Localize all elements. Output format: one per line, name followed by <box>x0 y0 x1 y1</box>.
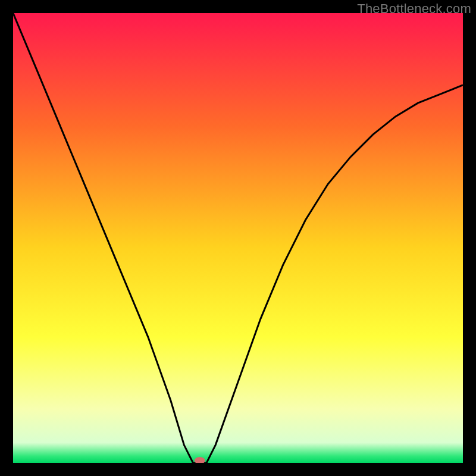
chart-background <box>13 13 463 463</box>
bottleneck-chart <box>13 13 463 463</box>
chart-frame <box>13 13 463 463</box>
